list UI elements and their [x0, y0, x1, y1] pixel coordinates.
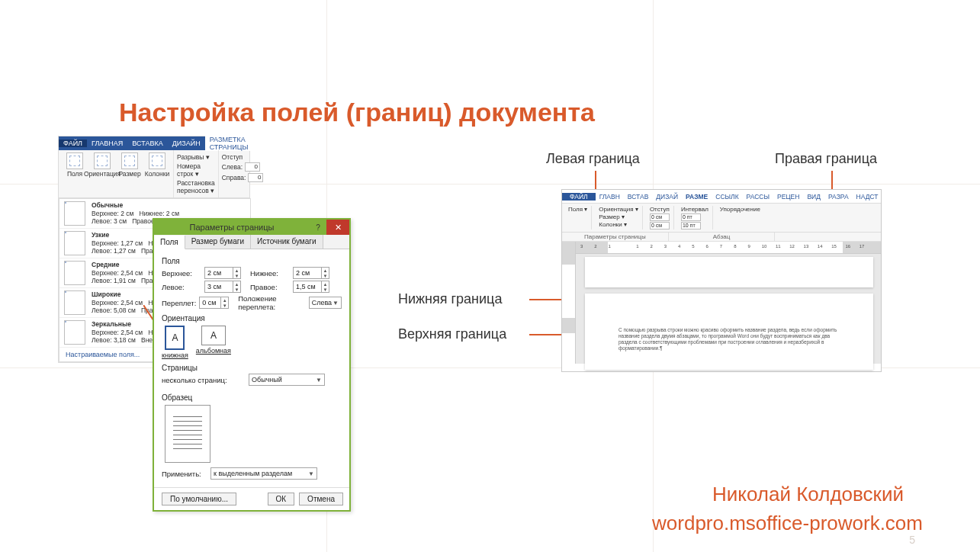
- document-text: С помощью разрыва строки можно красиво о…: [619, 327, 847, 352]
- author-name: Николай Колдовский: [712, 483, 904, 506]
- ruler-tick: 1: [609, 244, 611, 249]
- w2-tab-layout[interactable]: РАЗМЕ: [682, 193, 712, 201]
- section-orientation: Ориентация: [162, 314, 342, 323]
- dialog-tab-paper[interactable]: Размер бумаги: [185, 235, 251, 249]
- callout-bottom-margin: Нижняя граница: [398, 291, 502, 307]
- margins-option-icon: [64, 231, 85, 255]
- columns-button[interactable]: Колонки: [144, 152, 170, 178]
- right-spinner[interactable]: 1,5 см▲▼: [293, 281, 329, 293]
- orientation-landscape[interactable]: Aальбомная: [196, 326, 231, 359]
- margins-icon: [66, 152, 83, 169]
- multiple-pages-label: несколько страниц:: [162, 376, 246, 384]
- tab-page-layout[interactable]: РАЗМЕТКА СТРАНИЦЫ: [205, 136, 253, 151]
- indent-left-input[interactable]: 0: [245, 162, 260, 172]
- section-margins: Поля: [162, 257, 342, 265]
- w2-group-label-pagesetup: Параметры страницы: [562, 233, 669, 241]
- line-numbers-button[interactable]: Номера строк ▾: [177, 162, 215, 178]
- ruler-tick: 4: [678, 244, 680, 249]
- dialog-tab-margins[interactable]: Поля: [154, 236, 185, 249]
- ruler-tick: 11: [776, 244, 781, 249]
- ok-button[interactable]: ОК: [268, 493, 295, 505]
- tab-design[interactable]: ДИЗАЙН: [168, 140, 205, 147]
- w2-tab-dev[interactable]: РАЗРА: [824, 193, 853, 201]
- indent-left-label: Слева:: [222, 163, 243, 171]
- w2-tab-view[interactable]: ВИД: [803, 193, 824, 201]
- word-window-right: ФАЙЛ ГЛАВН ВСТАВ ДИЗАЙ РАЗМЕ ССЫЛК РАССЫ…: [561, 189, 882, 372]
- right-label: Правое:: [250, 283, 290, 291]
- horizontal-ruler[interactable]: 3211234567891011121314151617: [576, 242, 881, 254]
- w2-tab-insert[interactable]: ВСТАВ: [624, 193, 653, 201]
- w2-space-after[interactable]: 10 пт: [681, 222, 701, 229]
- w2-tab-review[interactable]: РЕЦЕН: [773, 193, 803, 201]
- w2-tab-home[interactable]: ГЛАВН: [596, 193, 624, 201]
- w2-spacing-title: Интервал: [681, 206, 708, 213]
- ruler-tick: 16: [845, 244, 850, 249]
- w2-orientation-btn[interactable]: Ориентация ▾: [599, 206, 638, 213]
- w2-tab-addins[interactable]: НАДСТ: [853, 193, 881, 201]
- top-spinner[interactable]: 2 см▲▼: [204, 267, 241, 279]
- columns-icon: [149, 152, 165, 169]
- breaks-button[interactable]: Разрывы ▾: [177, 152, 215, 162]
- size-button[interactable]: Размер: [117, 152, 143, 178]
- apply-combo[interactable]: к выделенным разделам▼: [210, 467, 317, 480]
- ruler-tick: 2: [650, 244, 652, 249]
- left-label: Левое:: [162, 283, 201, 291]
- apply-label: Применить:: [162, 470, 207, 478]
- ruler-tick: 6: [706, 244, 708, 249]
- dialog-title: Параметры страницы: [154, 223, 310, 232]
- orientation-button[interactable]: Ориентация: [89, 152, 115, 178]
- w2-tab-refs[interactable]: ССЫЛК: [712, 193, 742, 201]
- indent-right-input[interactable]: 0: [248, 173, 263, 182]
- gutter-spinner[interactable]: 0 см▲▼: [199, 297, 229, 309]
- w2-tab-file[interactable]: ФАЙЛ: [562, 193, 596, 201]
- tab-file[interactable]: ФАЙЛ: [59, 140, 87, 147]
- w2-size-btn[interactable]: Размер ▾: [599, 213, 638, 220]
- margins-option-icon: [64, 201, 85, 226]
- slide-page-number: 5: [909, 534, 915, 546]
- left-spinner[interactable]: 3 см▲▼: [204, 281, 241, 293]
- bottom-label: Нижнее:: [250, 269, 290, 278]
- ruler-tick: 9: [747, 244, 750, 249]
- ruler-tick: 7: [720, 244, 722, 249]
- dialog-tab-source[interactable]: Источник бумаги: [251, 235, 323, 249]
- ruler-tick: 17: [860, 244, 865, 249]
- margins-option-icon: [64, 261, 85, 285]
- gutter-pos-label: Положение переплета:: [238, 294, 305, 311]
- w2-tab-mail[interactable]: РАССЫ: [743, 193, 773, 201]
- w2-tab-design[interactable]: ДИЗАЙ: [652, 193, 682, 201]
- orientation-icon: [94, 152, 111, 169]
- w2-indent-title: Отступ: [650, 206, 670, 213]
- bottom-spinner[interactable]: 2 см▲▼: [293, 267, 329, 279]
- default-button[interactable]: По умолчанию...: [162, 493, 236, 505]
- section-pages: Страницы: [162, 364, 342, 372]
- orientation-portrait[interactable]: Aкнижная: [162, 326, 188, 359]
- ruler-tick: 3: [580, 244, 583, 249]
- slide-title: Настройка полей (границ) документа: [119, 98, 595, 127]
- hyphenation-button[interactable]: Расстановка переносов ▾: [177, 178, 215, 195]
- gutter-pos-combo[interactable]: Слева▼: [309, 297, 342, 309]
- top-label: Верхнее:: [162, 269, 201, 278]
- multiple-pages-combo[interactable]: Обычный▼: [249, 374, 325, 386]
- vertical-ruler[interactable]: [562, 242, 576, 364]
- margins-option-icon: [64, 290, 85, 315]
- w2-group-label-paragraph: Абзац: [669, 233, 776, 241]
- help-button[interactable]: ?: [310, 220, 326, 235]
- w2-indent-left[interactable]: 0 см: [650, 213, 670, 221]
- close-button[interactable]: ✕: [326, 220, 349, 235]
- size-icon: [121, 152, 138, 169]
- indent-group-title: Отступ: [222, 152, 264, 162]
- w2-space-before[interactable]: 0 пт: [681, 213, 701, 221]
- ruler-tick: 8: [734, 244, 736, 249]
- cancel-button[interactable]: Отмена: [299, 493, 343, 505]
- ruler-tick: 2: [594, 244, 596, 249]
- w2-columns-btn[interactable]: Колонки ▾: [599, 221, 638, 228]
- w2-margins-btn[interactable]: Поля ▾: [568, 206, 587, 213]
- tab-insert[interactable]: ВСТАВКА: [127, 140, 167, 147]
- tab-home[interactable]: ГЛАВНАЯ: [87, 140, 127, 147]
- ruler-tick: 1: [636, 244, 638, 249]
- ruler-tick: 13: [804, 244, 809, 249]
- ruler-tick: 14: [818, 244, 823, 249]
- preview-thumbnail: [165, 405, 210, 463]
- w2-arrange-title: Упорядочение: [720, 206, 760, 213]
- w2-indent-right[interactable]: 0 см: [650, 222, 670, 229]
